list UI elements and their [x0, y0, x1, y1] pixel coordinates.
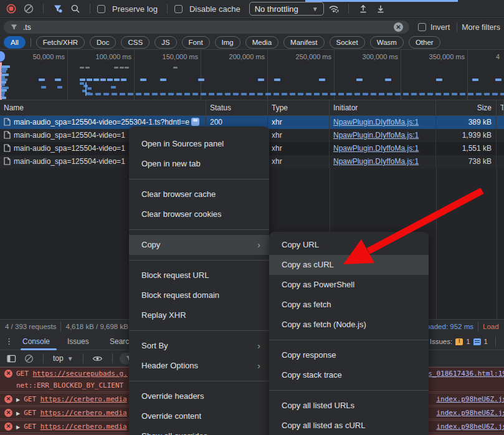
menu-item-show-all-overrides[interactable]: Show all overrides	[129, 426, 269, 435]
menu-item-clear-browser-cache[interactable]: Clear browser cache	[129, 184, 269, 204]
search-icon[interactable]	[68, 1, 83, 16]
menu-item-open-in-new-tab[interactable]: Open in new tab	[129, 154, 269, 174]
column-header-status[interactable]: Status	[206, 100, 268, 116]
source-location-link[interactable]: s_018617436.html:19	[428, 368, 504, 380]
chip-other[interactable]: Other	[409, 36, 440, 49]
disable-cache-checkbox[interactable]	[174, 5, 183, 13]
chip-font[interactable]: Font	[182, 36, 210, 49]
tab-console[interactable]: Console	[22, 333, 50, 350]
source-location-link[interactable]: index.p98heU6Z.js	[436, 393, 504, 405]
import-har-icon[interactable]	[373, 1, 388, 16]
waterfall-dash	[85, 67, 90, 69]
context-selector[interactable]: top ▼	[50, 354, 76, 363]
clear-console-icon[interactable]	[21, 351, 36, 366]
chip-fetchxhr[interactable]: Fetch/XHR	[36, 36, 85, 49]
network-conditions-icon[interactable]	[326, 1, 341, 16]
type-cell: xhr	[268, 142, 330, 155]
waterfall-dash	[411, 93, 417, 95]
menu-item-replay-xhr[interactable]: Replay XHR	[129, 305, 269, 325]
menu-item-sort-by[interactable]: Sort By›	[129, 336, 269, 356]
chip-socket[interactable]: Socket	[330, 36, 365, 49]
column-header-name[interactable]: Name	[0, 100, 206, 116]
source-location-link[interactable]: index.p98heU6Z.js	[436, 421, 504, 433]
more-filters-button[interactable]: More filters	[462, 23, 500, 32]
menu-item-open-in-sources-panel[interactable]: Open in Sources panel	[129, 134, 269, 154]
chip-img[interactable]: Img	[215, 36, 240, 49]
chip-doc[interactable]: Doc	[90, 36, 116, 49]
expand-triangle-icon[interactable]: ▶	[16, 424, 20, 430]
drawer-menu-icon[interactable]: ⋮	[5, 333, 13, 350]
waterfall-dash	[387, 93, 392, 95]
filter-icon[interactable]	[50, 1, 65, 16]
waterfall-dash	[87, 79, 92, 81]
submenu-item-copy-as-fetch[interactable]: Copy as fetch	[269, 295, 429, 315]
chip-media[interactable]: Media	[245, 36, 278, 49]
submenu-item-copy-all-listed-urls[interactable]: Copy all listed URLs	[269, 396, 429, 416]
menu-item-copy[interactable]: Copy›	[129, 235, 269, 255]
column-header-type[interactable]: Type	[268, 100, 330, 116]
expand-triangle-icon[interactable]: ▶	[16, 411, 20, 416]
column-header-initiator[interactable]: Initiator	[330, 100, 436, 116]
submenu-item-copy-as-fetch-node-js-[interactable]: Copy as fetch (Node.js)	[269, 315, 429, 335]
initiator-link[interactable]: NpawPlugin.DIyffoMa.js:1	[333, 157, 419, 166]
submenu-item-copy-all-listed-as-curl[interactable]: Copy all listed as cURL	[269, 416, 429, 435]
request-url-link[interactable]: https://cerbero.media	[40, 395, 127, 403]
submenu-item-copy-url[interactable]: Copy URL	[269, 235, 429, 255]
waterfall-dash	[354, 93, 360, 95]
toolbar-divider	[83, 353, 83, 363]
drawer-divider	[495, 337, 496, 347]
menu-item-override-headers[interactable]: Override headers	[129, 386, 269, 406]
menu-item-block-request-url[interactable]: Block request URL	[129, 265, 269, 285]
waterfall-overview[interactable]: 50,000 ms100,000 ms150,000 ms200,000 ms2…	[0, 50, 504, 100]
request-url-link[interactable]: https://securepubads.g.	[33, 370, 128, 378]
toolbar-divider	[43, 353, 44, 363]
filter-input-value: .ts	[23, 23, 389, 32]
export-har-icon[interactable]	[356, 1, 371, 16]
menu-item-header-options[interactable]: Header Options›	[129, 356, 269, 376]
console-sidebar-icon[interactable]	[4, 351, 19, 366]
initiator-link[interactable]: NpawPlugin.DIyffoMa.js:1	[333, 118, 419, 127]
record-network-log-button[interactable]	[4, 1, 19, 16]
toolbar-divider	[112, 353, 113, 363]
waterfall-dash	[282, 93, 287, 95]
clear-network-log-button[interactable]	[21, 1, 36, 16]
clear-filter-icon[interactable]: ✕	[394, 22, 403, 32]
waterfall-dash	[55, 79, 61, 81]
menu-item-clear-browser-cookies[interactable]: Clear browser cookies	[129, 204, 269, 224]
network-filter-bar: .ts ✕ Invert More filters	[0, 19, 504, 36]
column-header-size[interactable]: Size	[436, 100, 497, 116]
waterfall-dash	[39, 79, 45, 81]
initiator-link[interactable]: NpawPlugin.DIyffoMa.js:1	[333, 144, 419, 153]
source-location-link[interactable]: index.p98heU6Z.js	[436, 407, 504, 419]
submenu-item-copy-as-curl[interactable]: Copy as cURL	[269, 255, 429, 275]
chip-all[interactable]: All	[4, 36, 26, 49]
expand-triangle-icon[interactable]: ▶	[16, 397, 20, 403]
waterfall-dash	[492, 93, 498, 95]
waterfall-dash	[468, 93, 473, 95]
chip-manifest[interactable]: Manifest	[283, 36, 324, 49]
request-name: main-audio_spa=125504-video=1	[14, 131, 125, 140]
chip-wasm[interactable]: Wasm	[370, 36, 404, 49]
submenu-item-copy-stack-trace[interactable]: Copy stack trace	[269, 365, 429, 385]
chip-js[interactable]: JS	[155, 36, 176, 49]
column-header-time[interactable]: Time	[497, 100, 504, 116]
tab-issues[interactable]: Issues	[67, 333, 89, 350]
request-url-link[interactable]: https://cerbero.media	[40, 409, 127, 417]
eye-icon[interactable]	[90, 351, 105, 366]
submenu-item-copy-response[interactable]: Copy response	[269, 345, 429, 365]
overview-tick-label: 4	[437, 53, 500, 60]
throttling-dropdown[interactable]: No throttling ▼	[249, 2, 324, 16]
submenu-item-copy-as-powershell[interactable]: Copy as PowerShell	[269, 275, 429, 295]
request-url-link[interactable]: https://cerbero.media	[40, 423, 127, 431]
menu-item-block-request-domain[interactable]: Block request domain	[129, 285, 269, 305]
initiator-link[interactable]: NpawPlugin.DIyffoMa.js:1	[333, 131, 419, 140]
error-icon: ✕	[4, 409, 12, 417]
invert-checkbox[interactable]	[418, 23, 426, 31]
chip-css[interactable]: CSS	[121, 36, 150, 49]
menu-separator	[129, 229, 269, 230]
menu-item-override-content[interactable]: Override content	[129, 406, 269, 426]
filter-input[interactable]: .ts ✕	[4, 21, 409, 34]
waterfall-dash	[184, 93, 190, 95]
preserve-log-checkbox[interactable]	[97, 5, 105, 13]
waterfall-dash	[136, 93, 141, 95]
